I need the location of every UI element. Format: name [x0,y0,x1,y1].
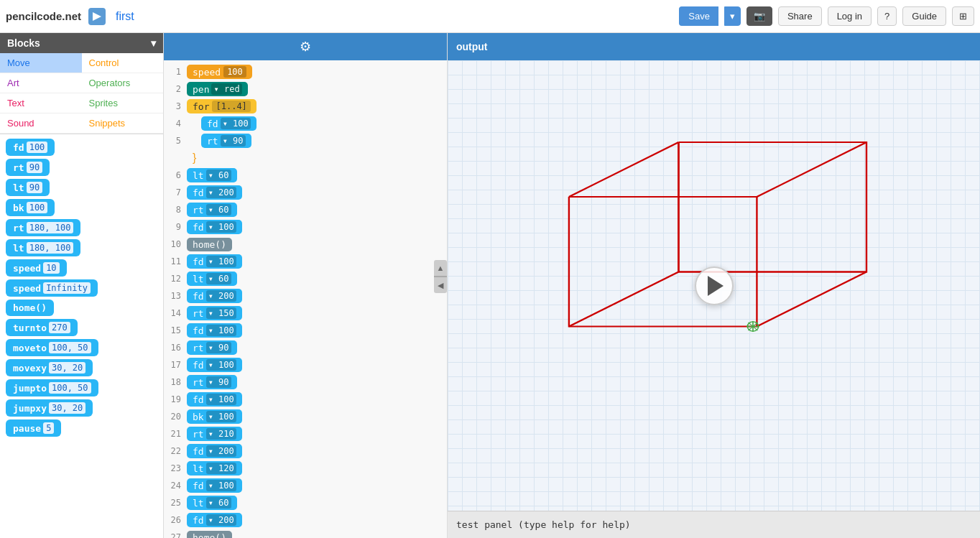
main-layout: Blocks ▾ Move Control Art Operators Text… [0,33,980,538]
sidebar-item-art[interactable]: Art [0,73,82,93]
block-turnto-270[interactable]: turnto270 [6,319,78,336]
save-dropdown-button[interactable]: ▾ [724,6,741,26]
code-body[interactable]: 1 speed100 2 pen▾ red 3 for[1..4] [164,60,447,538]
block-line-13[interactable]: fd▾ 200 [187,289,242,303]
help-button[interactable]: ? [877,6,897,26]
block-line-14[interactable]: rt▾ 150 [187,306,242,320]
block-line-22[interactable]: fd▾ 200 [187,444,242,458]
code-line-13: 13 fd▾ 200 [164,287,447,305]
block-line-8[interactable]: rt▾ 60 [187,203,237,217]
sidebar-item-sound[interactable]: Sound [0,113,82,134]
block-line-23[interactable]: lt▾ 120 [187,461,242,476]
code-line-9: 9 fd▾ 100 [164,218,447,236]
block-line-16[interactable]: rt▾ 90 [187,340,237,355]
block-line-24[interactable]: fd▾ 100 [187,478,242,493]
logo-icon [87,6,107,27]
block-line-7[interactable]: fd▾ 200 [187,185,242,200]
block-line-18[interactable]: rt▾ 90 [187,375,237,389]
sidebar-item-move[interactable]: Move [0,53,82,73]
project-name: first [116,10,134,23]
block-line-5[interactable]: rt▾ 90 [201,134,251,148]
block-line-4[interactable]: fd▾ 100 [201,116,256,131]
code-editor: ⚙ 1 speed100 2 pen▾ red 3 for[1. [164,33,448,538]
block-line-11[interactable]: fd▾ 100 [187,254,242,269]
code-line-11: 11 fd▾ 100 [164,253,447,270]
sidebar-item-control[interactable]: Control [82,53,164,73]
block-rt-90[interactable]: rt90 [6,159,50,176]
save-button[interactable]: Save [679,6,718,26]
block-fd-100[interactable]: fd100 [6,139,55,156]
guide-button[interactable]: Guide [902,6,946,26]
block-line-27[interactable]: home() [187,531,232,539]
block-line-19[interactable]: fd▾ 100 [187,392,242,407]
block-pause-5[interactable]: pause5 [6,419,61,437]
share-button[interactable]: Share [778,6,822,26]
block-speed-infinity[interactable]: speedInfinity [6,279,98,297]
block-moveto-100-50[interactable]: moveto100, 50 [6,339,98,356]
block-line-26[interactable]: fd▾ 200 [187,513,242,527]
code-line-4: 4 fd▾ 100 [164,115,447,132]
code-collapser: ▲ ◀ [434,260,447,293]
block-jumpxy-30-20[interactable]: jumpxy30, 20 [6,399,93,417]
output-area: output [448,33,980,538]
code-line-19: 19 fd▾ 100 [164,391,447,408]
block-movexy-30-20[interactable]: movexy30, 20 [6,359,93,376]
block-home[interactable]: home() [6,300,54,316]
block-line-17[interactable]: fd▾ 100 [187,358,242,372]
blocks-list: fd100 rt90 lt90 bk100 rt180, 100 lt180, … [0,134,163,538]
block-line-25[interactable]: lt▾ 60 [187,496,237,510]
code-line-sep: } [164,149,447,167]
code-line-10: 10 home() [164,236,447,253]
sidebar-item-text[interactable]: Text [0,93,82,113]
block-line-12[interactable]: lt▾ 60 [187,272,237,286]
block-line-3[interactable]: for[1..4] [187,99,256,113]
code-line-2: 2 pen▾ red [164,80,447,98]
collapse-down-button[interactable]: ◀ [434,277,447,293]
camera-button[interactable]: 📷 [746,6,772,26]
sidebar-toggle-icon[interactable]: ▾ [151,37,156,49]
output-header: output [448,33,980,60]
code-line-3: 3 for[1..4] [164,98,447,115]
block-jumpto-100-50[interactable]: jumpto100, 50 [6,379,98,396]
logo-text: pencilcode.net [6,10,81,22]
svg-line-3 [757,142,866,197]
sidebar-item-sprites[interactable]: Sprites [82,93,164,113]
code-line-1: 1 speed100 [164,63,447,80]
code-line-24: 24 fd▾ 100 [164,477,447,494]
block-line-9[interactable]: fd▾ 100 [187,220,242,234]
layout-button[interactable]: ⊞ [952,6,974,26]
sidebar-header: Blocks ▾ [0,33,163,53]
svg-line-2 [569,142,679,197]
block-line-1[interactable]: speed100 [187,65,252,79]
block-speed-10[interactable]: speed10 [6,259,67,277]
block-line-15[interactable]: fd▾ 100 [187,323,242,338]
code-line-20: 20 bk▾ 100 [164,408,447,425]
code-line-16: 16 rt▾ 90 [164,339,447,356]
login-button[interactable]: Log in [828,6,872,26]
gear-icon[interactable]: ⚙ [300,39,311,55]
code-line-22: 22 fd▾ 200 [164,442,447,460]
block-lt-90[interactable]: lt90 [6,179,50,196]
play-button[interactable] [695,266,734,305]
code-header: ⚙ [164,33,447,60]
block-line-20[interactable]: bk▾ 100 [187,409,242,424]
code-line-7: 7 fd▾ 200 [164,184,447,201]
block-line-21[interactable]: rt▾ 210 [187,427,242,441]
code-line-21: 21 rt▾ 210 [164,425,447,442]
block-rt-180-100[interactable]: rt180, 100 [6,219,80,236]
code-line-27: 27 home() [164,529,447,538]
block-lt-180-100[interactable]: lt180, 100 [6,239,80,256]
sidebar-item-operators[interactable]: Operators [82,73,164,93]
sidebar: Blocks ▾ Move Control Art Operators Text… [0,33,164,538]
category-grid: Move Control Art Operators Text Sprites … [0,53,163,134]
code-line-17: 17 fd▾ 100 [164,356,447,374]
block-line-2[interactable]: pen▾ red [187,82,248,96]
code-line-14: 14 rt▾ 150 [164,305,447,322]
output-title: output [456,41,488,52]
block-bk-100[interactable]: bk100 [6,199,55,216]
svg-line-4 [757,272,866,327]
collapse-up-button[interactable]: ▲ [434,260,447,276]
block-line-6[interactable]: lt▾ 60 [187,168,237,182]
sidebar-item-snippets[interactable]: Snippets [82,113,164,134]
block-line-10[interactable]: home() [187,238,232,251]
